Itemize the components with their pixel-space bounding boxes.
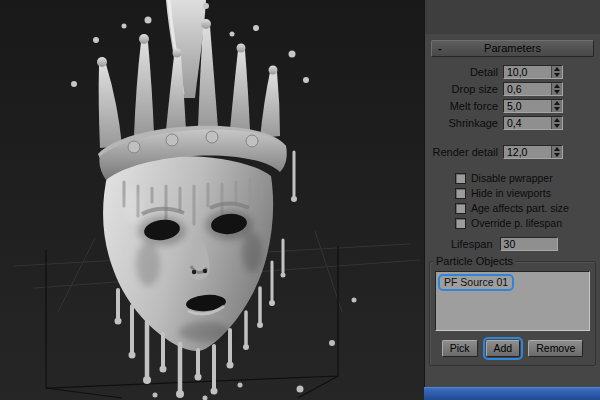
checkbox-row-age-affects-size: Age affects part. size: [455, 201, 598, 215]
spinner-down-icon[interactable]: [552, 152, 562, 158]
spinner[interactable]: [551, 100, 562, 112]
checkbox-row-hide-in-viewports: Hide in viewports: [455, 186, 598, 200]
add-button[interactable]: Add: [486, 340, 521, 357]
param-value: 10,0: [504, 66, 551, 78]
status-strip: [424, 387, 600, 400]
collapse-icon[interactable]: -: [438, 41, 442, 56]
melting-mask-render: [0, 0, 424, 400]
list-item-pf-source-01[interactable]: PF Source 01: [444, 276, 508, 288]
checkbox-block: Disable pwrapper Hide in viewports Age a…: [455, 171, 598, 230]
lifespan-label: Lifespan: [451, 238, 500, 250]
param-value: 5,0: [504, 100, 551, 112]
viewport-3d[interactable]: [0, 0, 424, 400]
param-row-drop-size: Drop size 0,6: [427, 81, 594, 97]
parameters-panel: - Parameters Detail 10,0 Drop size 0,6: [424, 0, 600, 400]
spinner-down-icon[interactable]: [552, 106, 562, 112]
checkbox[interactable]: [455, 173, 466, 184]
spinner-down-icon[interactable]: [552, 123, 562, 129]
lifespan-row: Lifespan 30: [451, 237, 600, 251]
checkbox-label: Age affects part. size: [471, 202, 569, 214]
checkbox-label: Disable pwrapper: [471, 172, 553, 184]
param-label: Detail: [427, 66, 503, 78]
spinner[interactable]: [551, 117, 562, 129]
spinner[interactable]: [551, 66, 562, 78]
rollout-header-parameters[interactable]: - Parameters: [431, 40, 594, 57]
param-row-shrinkage: Shrinkage 0,4: [427, 115, 594, 131]
particle-objects-group: Particle Objects PF Source 01 Pick Add R…: [429, 261, 596, 366]
param-value: 0,4: [504, 117, 551, 129]
particle-objects-buttons: Pick Add Remove: [435, 337, 590, 359]
param-value: 12,0: [504, 146, 551, 158]
spinner-down-icon[interactable]: [552, 89, 562, 95]
checkbox-label: Override p. lifespan: [471, 217, 562, 229]
param-field[interactable]: 12,0: [503, 145, 563, 159]
spinner[interactable]: [551, 83, 562, 95]
param-row-detail: Detail 10,0: [427, 64, 594, 80]
param-field[interactable]: 0,6: [503, 82, 563, 96]
param-label: Shrinkage: [427, 117, 503, 129]
remove-button[interactable]: Remove: [528, 340, 583, 357]
checkbox-label: Hide in viewports: [471, 187, 551, 199]
param-label: Drop size: [427, 83, 503, 95]
particle-objects-title: Particle Objects: [433, 255, 516, 267]
param-label: Melt force: [427, 100, 503, 112]
param-value: 0,6: [504, 83, 551, 95]
param-field[interactable]: 10,0: [503, 65, 563, 79]
param-row-melt-force: Melt force 5,0: [427, 98, 594, 114]
app-window: - Parameters Detail 10,0 Drop size 0,6: [0, 0, 600, 400]
pick-button[interactable]: Pick: [442, 340, 478, 357]
callout-highlight: PF Source 01: [438, 274, 514, 291]
spinner-down-icon[interactable]: [552, 72, 562, 78]
checkbox-row-disable-pwrapper: Disable pwrapper: [455, 171, 598, 185]
param-row-render-detail: Render detail 12,0: [427, 144, 594, 160]
particle-objects-list[interactable]: PF Source 01: [435, 271, 590, 331]
spinner[interactable]: [551, 146, 562, 158]
param-field[interactable]: 5,0: [503, 99, 563, 113]
param-label: Render detail: [427, 146, 503, 158]
checkbox[interactable]: [455, 188, 466, 199]
callout-highlight: Add: [483, 337, 524, 360]
lifespan-field[interactable]: 30: [500, 237, 558, 251]
checkbox[interactable]: [455, 218, 466, 229]
checkbox-row-override-lifespan: Override p. lifespan: [455, 216, 598, 230]
rollout-title: Parameters: [484, 42, 541, 54]
spinner-rows: Detail 10,0 Drop size 0,6: [427, 64, 594, 160]
checkbox[interactable]: [455, 203, 466, 214]
param-field[interactable]: 0,4: [503, 116, 563, 130]
